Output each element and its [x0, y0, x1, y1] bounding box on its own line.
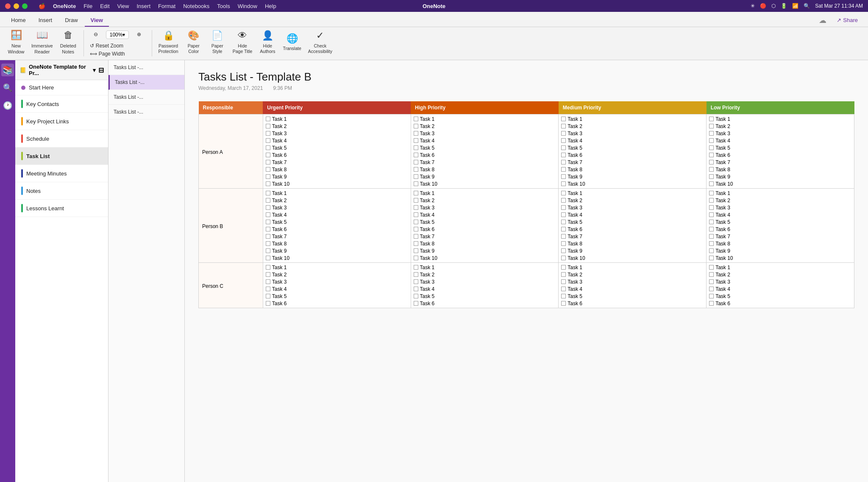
sidebar-icon-recent[interactable]: 🕐 — [1, 99, 14, 112]
tab-draw[interactable]: Draw — [59, 14, 83, 27]
task-checkbox[interactable] — [414, 191, 418, 195]
task-checkbox[interactable] — [561, 138, 566, 143]
section-schedule[interactable]: Schedule — [15, 130, 108, 148]
task-checkbox[interactable] — [561, 294, 566, 298]
menu-apple[interactable]: 🍎 — [39, 3, 45, 9]
task-checkbox[interactable] — [709, 124, 714, 128]
task-checkbox[interactable] — [709, 174, 714, 179]
task-checkbox[interactable] — [709, 241, 714, 246]
task-checkbox[interactable] — [414, 174, 418, 179]
task-checkbox[interactable] — [709, 181, 714, 186]
task-checkbox[interactable] — [266, 241, 270, 246]
menu-window[interactable]: Window — [238, 3, 257, 9]
task-checkbox[interactable] — [561, 287, 566, 291]
task-checkbox[interactable] — [414, 167, 418, 172]
task-checkbox[interactable] — [561, 131, 566, 136]
task-checkbox[interactable] — [561, 227, 566, 231]
task-checkbox[interactable] — [414, 301, 418, 306]
menu-onenote[interactable]: OneNote — [53, 3, 76, 9]
task-checkbox[interactable] — [561, 241, 566, 246]
page-width-button[interactable]: ⟺ Page Width — [87, 50, 128, 58]
hide-authors-button[interactable]: 👤 HideAuthors — [256, 30, 278, 55]
task-checkbox[interactable] — [561, 301, 566, 306]
task-checkbox[interactable] — [266, 198, 270, 203]
reset-zoom-button[interactable]: ↺ Reset Zoom — [87, 42, 128, 50]
task-checkbox[interactable] — [414, 256, 418, 260]
task-checkbox[interactable] — [266, 279, 270, 284]
task-checkbox[interactable] — [414, 272, 418, 277]
task-checkbox[interactable] — [266, 301, 270, 306]
task-checkbox[interactable] — [561, 205, 566, 210]
task-checkbox[interactable] — [266, 181, 270, 186]
task-checkbox[interactable] — [266, 248, 270, 253]
tab-home[interactable]: Home — [5, 14, 32, 27]
system-icon-search[interactable]: 🔍 — [804, 3, 810, 9]
section-task-list[interactable]: Task List — [15, 148, 108, 165]
task-checkbox[interactable] — [266, 124, 270, 128]
task-checkbox[interactable] — [266, 256, 270, 260]
task-checkbox[interactable] — [561, 167, 566, 172]
menu-view[interactable]: View — [117, 3, 129, 9]
task-checkbox[interactable] — [561, 234, 566, 239]
task-checkbox[interactable] — [266, 191, 270, 195]
menu-format[interactable]: Format — [158, 3, 175, 9]
task-checkbox[interactable] — [414, 241, 418, 246]
task-checkbox[interactable] — [709, 138, 714, 143]
translate-button[interactable]: 🌐 Translate — [280, 30, 303, 55]
paper-style-button[interactable]: 📄 PaperStyle — [206, 30, 228, 55]
task-checkbox[interactable] — [709, 287, 714, 291]
page-item-1[interactable]: Tasks List -... — [108, 60, 184, 75]
task-checkbox[interactable] — [414, 145, 418, 150]
task-checkbox[interactable] — [709, 117, 714, 121]
page-item-3[interactable]: Tasks List -... — [108, 90, 184, 105]
task-checkbox[interactable] — [266, 272, 270, 277]
task-checkbox[interactable] — [266, 174, 270, 179]
task-checkbox[interactable] — [414, 212, 418, 217]
section-notes[interactable]: Notes — [15, 182, 108, 200]
task-checkbox[interactable] — [709, 145, 714, 150]
menu-file[interactable]: File — [83, 3, 92, 9]
task-checkbox[interactable] — [414, 153, 418, 157]
task-checkbox[interactable] — [266, 220, 270, 224]
task-checkbox[interactable] — [561, 279, 566, 284]
check-accessibility-button[interactable]: ✓ CheckAccessibility — [306, 30, 335, 55]
task-checkbox[interactable] — [709, 220, 714, 224]
task-checkbox[interactable] — [709, 205, 714, 210]
menu-notebooks[interactable]: Notebooks — [183, 3, 209, 9]
task-checkbox[interactable] — [414, 287, 418, 291]
task-checkbox[interactable] — [709, 294, 714, 298]
task-checkbox[interactable] — [266, 265, 270, 270]
task-checkbox[interactable] — [266, 131, 270, 136]
task-checkbox[interactable] — [414, 294, 418, 298]
section-meeting-minutes[interactable]: Meeting Minutes — [15, 165, 108, 182]
task-checkbox[interactable] — [266, 212, 270, 217]
section-start-here[interactable]: Start Here — [15, 80, 108, 95]
task-checkbox[interactable] — [414, 205, 418, 210]
notebook-header[interactable]: 📒 OneNote Template for Pr... ▾ ⊟ — [15, 60, 108, 80]
task-checkbox[interactable] — [414, 198, 418, 203]
task-checkbox[interactable] — [266, 145, 270, 150]
task-checkbox[interactable] — [561, 174, 566, 179]
task-checkbox[interactable] — [266, 117, 270, 121]
tab-view[interactable]: View — [85, 14, 109, 27]
task-checkbox[interactable] — [414, 248, 418, 253]
sidebar-icon-search[interactable]: 🔍 — [1, 81, 14, 94]
task-checkbox[interactable] — [561, 117, 566, 121]
task-checkbox[interactable] — [561, 181, 566, 186]
task-checkbox[interactable] — [709, 301, 714, 306]
task-checkbox[interactable] — [561, 212, 566, 217]
task-checkbox[interactable] — [266, 287, 270, 291]
task-checkbox[interactable] — [414, 220, 418, 224]
task-checkbox[interactable] — [266, 294, 270, 298]
minimize-button[interactable] — [14, 3, 19, 9]
task-checkbox[interactable] — [561, 145, 566, 150]
task-checkbox[interactable] — [709, 153, 714, 157]
new-window-button[interactable]: 🪟 NewWindow — [5, 30, 27, 55]
task-checkbox[interactable] — [709, 227, 714, 231]
task-checkbox[interactable] — [709, 279, 714, 284]
task-checkbox[interactable] — [414, 160, 418, 164]
zoom-in-button[interactable]: ⊕ — [131, 29, 147, 41]
task-checkbox[interactable] — [709, 256, 714, 260]
section-key-project-links[interactable]: Key Project Links — [15, 113, 108, 130]
task-checkbox[interactable] — [414, 138, 418, 143]
